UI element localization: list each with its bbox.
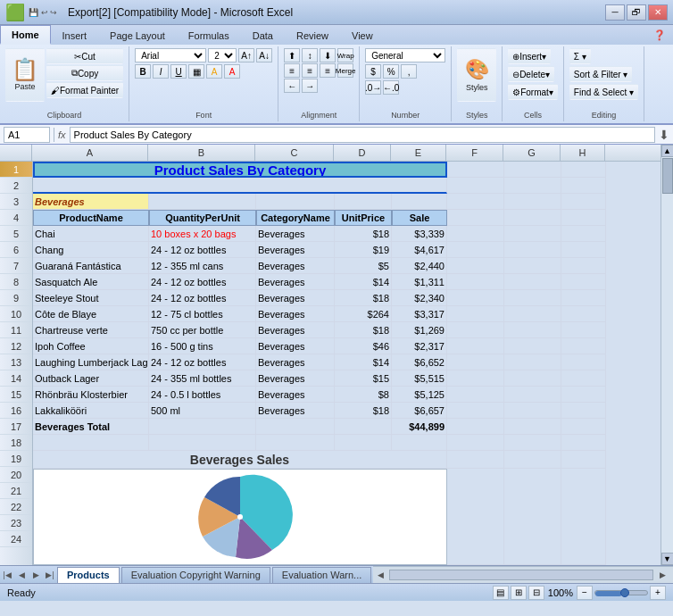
close-button[interactable]: ✕ — [648, 4, 668, 21]
cell-f17[interactable] — [447, 419, 504, 435]
cell-h10[interactable] — [561, 306, 606, 322]
col-header-d[interactable]: D — [334, 145, 391, 161]
cell-a16[interactable]: Lakkalikööri — [33, 403, 149, 419]
cell-reference-box[interactable]: A1 — [4, 127, 50, 143]
cell-h2[interactable] — [561, 178, 606, 194]
col-header-b[interactable]: B — [148, 145, 255, 161]
cell-b8[interactable]: 24 - 12 oz bottles — [149, 274, 256, 290]
sort-filter-button[interactable]: Sort & Filter ▾ — [569, 66, 633, 82]
formula-input[interactable]: Product Sales By Category — [70, 127, 655, 143]
sheet-nav-last[interactable]: ▶| — [43, 568, 57, 582]
format-painter-button[interactable]: 🖌 Format Painter — [46, 82, 123, 98]
cell-h-chart[interactable] — [561, 469, 606, 565]
cell-g9[interactable] — [504, 290, 561, 306]
cell-a8[interactable]: Sasquatch Ale — [33, 274, 149, 290]
cell-b5[interactable]: 10 boxes x 20 bags — [149, 226, 256, 242]
currency-button[interactable]: $ — [365, 64, 381, 79]
cell-a3[interactable]: Beverages — [33, 194, 149, 210]
cell-a17[interactable]: Beverages Total — [33, 419, 149, 435]
cell-g1[interactable] — [504, 162, 561, 178]
font-size-selector[interactable]: 20 — [208, 48, 237, 62]
scroll-thumb[interactable] — [662, 158, 673, 194]
row-num-17[interactable]: 17 — [0, 419, 32, 435]
cell-f1[interactable] — [447, 162, 504, 178]
cell-f12[interactable] — [447, 338, 504, 354]
sheet-nav-next[interactable]: ▶ — [29, 568, 43, 582]
number-format-selector[interactable]: General — [365, 48, 445, 62]
cell-g11[interactable] — [504, 322, 561, 338]
row-num-15[interactable]: 15 — [0, 387, 32, 403]
row-num-24[interactable]: 24 — [0, 531, 32, 547]
tab-insert[interactable]: Insert — [51, 25, 99, 45]
styles-button[interactable]: 🎨 Styles — [457, 48, 496, 102]
cell-c5[interactable]: Beverages — [256, 226, 335, 242]
cell-h1[interactable] — [561, 162, 606, 178]
cell-g7[interactable] — [504, 258, 561, 274]
cell-g3[interactable] — [504, 194, 561, 210]
percent-button[interactable]: % — [383, 64, 399, 79]
row-num-9[interactable]: 9 — [0, 290, 32, 306]
sheet-nav-prev[interactable]: ◀ — [14, 568, 29, 582]
cell-d17[interactable] — [335, 419, 392, 435]
cell-a12[interactable]: Ipoh Coffee — [33, 338, 149, 354]
cell-c14[interactable]: Beverages — [256, 370, 335, 387]
cell-c10[interactable]: Beverages — [256, 306, 335, 322]
row-num-18[interactable]: 18 — [0, 435, 32, 451]
cell-b17[interactable] — [149, 419, 256, 435]
decrease-decimal-button[interactable]: ←.0 — [383, 80, 399, 95]
cell-d18[interactable] — [335, 435, 392, 451]
cell-c18[interactable] — [256, 435, 335, 451]
align-bottom-button[interactable]: ⬇ — [320, 48, 336, 62]
align-middle-button[interactable]: ↕ — [302, 48, 318, 62]
vertical-scrollbar[interactable]: ▲ ▼ — [661, 145, 673, 565]
row-num-21[interactable]: 21 — [0, 483, 32, 499]
row-num-20[interactable]: 20 — [0, 467, 32, 483]
cell-f4[interactable] — [447, 210, 504, 226]
cell-e15[interactable]: $5,125 — [392, 387, 447, 403]
cell-c15[interactable]: Beverages — [256, 387, 335, 403]
zoom-thumb[interactable] — [620, 588, 629, 597]
cell-c13[interactable]: Beverages — [256, 354, 335, 370]
cell-c11[interactable]: Beverages — [256, 322, 335, 338]
row-num-8[interactable]: 8 — [0, 274, 32, 290]
row-num-19[interactable]: 19 — [0, 451, 32, 467]
row-num-5[interactable]: 5 — [0, 226, 32, 242]
formula-expand-button[interactable]: ⬇ — [659, 128, 669, 142]
cell-g15[interactable] — [504, 387, 561, 403]
format-button[interactable]: ⚙ Format ▾ — [508, 84, 558, 100]
cell-a13[interactable]: Laughing Lumberjack Lager — [33, 354, 149, 370]
cell-b9[interactable]: 24 - 12 oz bottles — [149, 290, 256, 306]
cell-b4[interactable]: QuantityPerUnit — [149, 210, 256, 226]
copy-button[interactable]: ⧉ Copy — [46, 65, 123, 81]
zoom-out-button[interactable]: − — [577, 586, 593, 600]
align-center-button[interactable]: ≡ — [302, 63, 318, 78]
cell-c16[interactable]: Beverages — [256, 403, 335, 419]
cell-c4[interactable]: CategoryName — [256, 210, 335, 226]
autosum-button[interactable]: Σ ▾ — [569, 48, 591, 64]
cell-g19[interactable] — [504, 451, 561, 469]
cell-g17[interactable] — [504, 419, 561, 435]
cell-c8[interactable]: Beverages — [256, 274, 335, 290]
cell-b14[interactable]: 24 - 355 ml bottles — [149, 370, 256, 387]
cell-h16[interactable] — [561, 403, 606, 419]
cell-a4[interactable]: ProductName — [33, 210, 149, 226]
cell-a18[interactable] — [33, 435, 149, 451]
col-header-h[interactable]: H — [561, 145, 605, 161]
help-icon[interactable]: ❓ — [646, 25, 673, 45]
row-num-23[interactable]: 23 — [0, 515, 32, 531]
restore-button[interactable]: 🗗 — [627, 4, 646, 21]
cell-f14[interactable] — [447, 370, 504, 387]
cell-e12[interactable]: $2,317 — [392, 338, 447, 354]
col-header-g[interactable]: G — [503, 145, 561, 161]
row-num-7[interactable]: 7 — [0, 258, 32, 274]
align-left-button[interactable]: ≡ — [284, 63, 300, 78]
cell-c17[interactable] — [256, 419, 335, 435]
fill-color-button[interactable]: A — [206, 64, 222, 79]
decrease-font-button[interactable]: A↓ — [256, 48, 272, 62]
cell-e4[interactable]: Sale — [392, 210, 447, 226]
row-num-11[interactable]: 11 — [0, 322, 32, 338]
cell-c6[interactable]: Beverages — [256, 242, 335, 258]
cell-g14[interactable] — [504, 370, 561, 387]
paste-button[interactable]: 📋 Paste — [5, 48, 45, 102]
cell-b6[interactable]: 24 - 12 oz bottles — [149, 242, 256, 258]
